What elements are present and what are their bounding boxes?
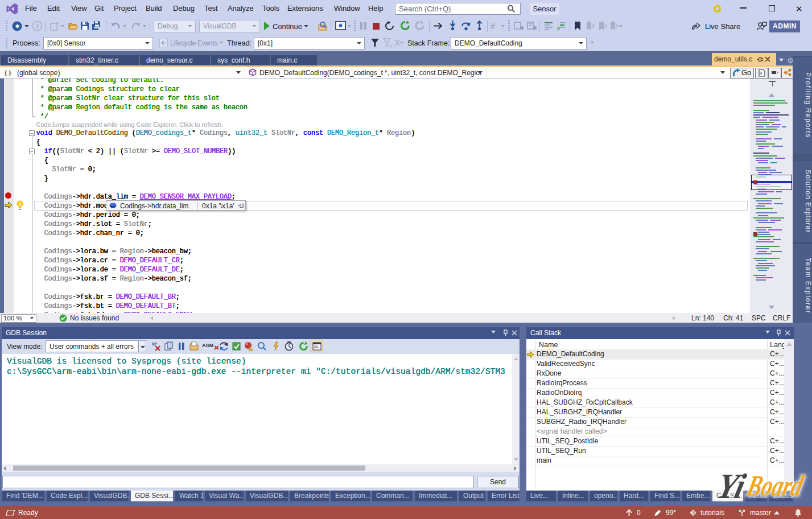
svg-text:2: 2	[557, 26, 560, 30]
